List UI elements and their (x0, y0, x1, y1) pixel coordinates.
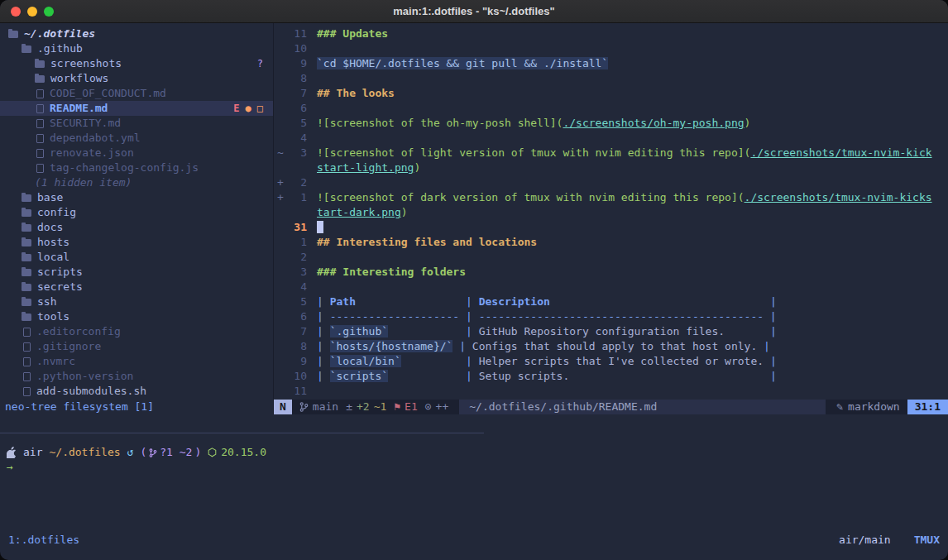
editor-line[interactable]: ~3![screenshot of light version of tmux … (274, 146, 948, 160)
tmux-statusbar: 1:.dotfiles air/main TMUX (0, 532, 948, 548)
file-icon (36, 119, 44, 128)
bottom-padding (0, 548, 948, 560)
editor-line[interactable]: 6| -------------------- | --------------… (274, 309, 948, 324)
editor-line[interactable]: +1![screenshot of dark version of tmux w… (274, 190, 948, 205)
unstaged-badge: □ (257, 101, 263, 116)
tmux-window-name[interactable]: 1:.dotfiles (8, 533, 79, 548)
tree-item-gitignore[interactable]: .gitignore (0, 339, 273, 354)
gutter-sign (274, 131, 285, 146)
tree-item-add-submodules-sh[interactable]: add-submodules.sh (0, 384, 273, 399)
editor-wrap-line[interactable]: start-light.png) (274, 160, 948, 175)
file-icon (36, 164, 44, 173)
editor-line[interactable]: 7| `.github` | GitHub Repository configu… (274, 324, 948, 339)
editor-line[interactable]: 6 (274, 101, 948, 116)
editor-line[interactable]: 5| Path | Description | (274, 294, 948, 309)
editor-line[interactable]: 4 (274, 280, 948, 294)
line-number: 9 (285, 354, 307, 369)
tree-item-hosts[interactable]: hosts (0, 235, 273, 250)
editor-pane[interactable]: 11### Updates109`cd $HOME/.dotfiles && g… (274, 23, 948, 414)
prompt-git-status: ( ?1 ~2 ) (140, 445, 201, 460)
tree-item-workflows[interactable]: workflows (0, 71, 273, 86)
gutter-sign (274, 41, 285, 56)
folder-icon (35, 60, 45, 68)
tree-item-scripts[interactable]: scripts (0, 265, 273, 280)
tree-item-security-md[interactable]: SECURITY.md (0, 116, 273, 131)
text-segment (388, 370, 459, 382)
minimize-button[interactable] (27, 7, 37, 17)
tree-item-local[interactable]: local (0, 250, 273, 265)
editor-line[interactable]: 3### Interesting folders (274, 265, 948, 280)
editor-line[interactable]: 31 (274, 220, 948, 235)
editor-line[interactable]: 7## The looks (274, 86, 948, 101)
tree-item-screenshots[interactable]: screenshots? (0, 56, 273, 71)
editor-line[interactable]: 8 (274, 71, 948, 86)
line-text: | -------------------- | ---------------… (307, 309, 948, 324)
error-badge: E (233, 101, 239, 116)
tree-item-readme-md[interactable]: README.mdE●□ (0, 101, 273, 116)
tree-item-dependabot-yml[interactable]: dependabot.yml (0, 131, 273, 146)
prompt-cwd: ~/.dotfiles (49, 445, 120, 460)
tree-item-config[interactable]: config (0, 205, 273, 220)
editor-line[interactable]: 11 (274, 384, 948, 399)
tree-item-label: README.md (50, 101, 108, 116)
text-segment: `hosts/{hostname}/` (330, 340, 453, 352)
editor-line[interactable]: 8| `hosts/{hostname}/` | Configs that sh… (274, 339, 948, 354)
editor-line[interactable]: 4 (274, 131, 948, 146)
untracked-badge: ? (257, 56, 263, 71)
editor-line[interactable]: 10| `scripts` | Setup scripts. | (274, 369, 948, 384)
neotree-sidebar: ~/.dotfiles.githubscreenshots?workflowsC… (0, 23, 274, 414)
tree-item-label: add-submodules.sh (36, 384, 146, 399)
tree-item-ssh[interactable]: ssh (0, 294, 273, 309)
editor-line[interactable]: 1## Interesting files and locations (274, 235, 948, 250)
line-number: 11 (285, 384, 307, 399)
tree-item-dotfiles[interactable]: ~/.dotfiles (0, 26, 273, 41)
text-segment: ) (401, 206, 408, 218)
tree-item-python-version[interactable]: .python-version (0, 369, 273, 384)
text-segment: `cd $HOME/.dotfiles && git pull && ./ins… (317, 57, 608, 69)
editor-line[interactable]: 9`cd $HOME/.dotfiles && git pull && ./in… (274, 56, 948, 71)
text-segment: | (764, 325, 777, 337)
editor-wrap-line[interactable]: tart-dark.png) (274, 205, 948, 220)
gutter-sign (274, 339, 285, 354)
text-segment (401, 355, 459, 367)
gutter-sign (274, 309, 285, 324)
editor-line[interactable]: 11### Updates (274, 26, 948, 41)
close-button[interactable] (11, 7, 21, 17)
zoom-button[interactable] (44, 7, 54, 17)
line-text: | `scripts` | Setup scripts. | (307, 369, 948, 384)
line-number: 6 (285, 101, 307, 116)
tree-item-docs[interactable]: docs (0, 220, 273, 235)
tree-item-tag-changelog-config-js[interactable]: tag-changelog-config.js (0, 160, 273, 175)
tree-item-secrets[interactable]: secrets (0, 280, 273, 294)
text-segment: | (317, 340, 330, 352)
gutter-sign (274, 294, 285, 309)
gutter-sign: + (274, 190, 285, 205)
tmux-session-name: air/main (839, 533, 891, 548)
editor-buffer[interactable]: 11### Updates109`cd $HOME/.dotfiles && g… (274, 23, 948, 400)
line-number: 9 (285, 56, 307, 71)
editor-line[interactable]: +2 (274, 175, 948, 190)
filetype-segment: ✎ markdown (836, 400, 899, 414)
editor-line[interactable]: 10 (274, 41, 948, 56)
folder-icon (22, 284, 31, 291)
tree-item-base[interactable]: base (0, 190, 273, 205)
line-text: tart-dark.png) (307, 205, 948, 220)
tree-item-renovate-json[interactable]: renovate.json (0, 146, 273, 160)
editor-line[interactable]: 2 (274, 250, 948, 265)
git-status-counts: ?1 ~2 (160, 445, 192, 460)
tree-item-editorconfig[interactable]: .editorconfig (0, 324, 273, 339)
line-text (307, 280, 948, 294)
tmux-statusbar-right: air/main TMUX (839, 533, 940, 548)
line-number: 8 (285, 71, 307, 86)
titlebar[interactable]: main:1:.dotfiles - "ks~/.dotfiles" (0, 0, 948, 23)
shell-pane[interactable]: air ~/.dotfiles ↺ ( ?1 ~2 ) 20.15.0 → (0, 414, 948, 532)
tree-item-tools[interactable]: tools (0, 309, 273, 324)
tree-item-nvmrc[interactable]: .nvmrc (0, 354, 273, 369)
text-segment: ./screenshots/tmux-nvim-kick (750, 146, 931, 159)
tree-item-label: dependabot.yml (50, 131, 141, 146)
editor-line[interactable]: 9| `local/bin` | Helper scripts that I'v… (274, 354, 948, 369)
editor-line[interactable]: 5![screenshot of the oh-my-posh shell](.… (274, 116, 948, 131)
tree-item-code-of-conduct-md[interactable]: CODE_OF_CONDUCT.md (0, 86, 273, 101)
tree-item-github[interactable]: .github (0, 41, 273, 56)
tree-item-label: ssh (37, 294, 56, 309)
